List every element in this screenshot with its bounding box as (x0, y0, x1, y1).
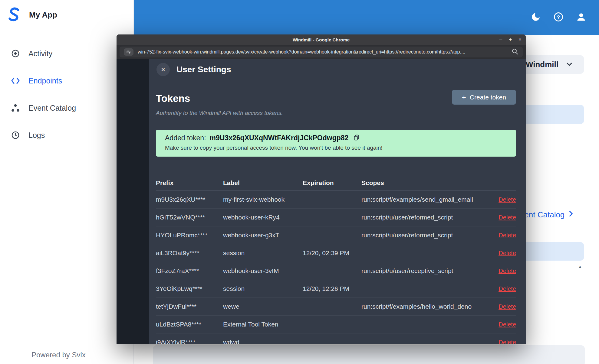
tokens-heading: Tokens (156, 93, 190, 104)
person-icon (576, 12, 586, 23)
token-label: webhook-user-g3xT (223, 232, 303, 239)
activity-icon (10, 49, 21, 58)
token-value: m9U3x26qXUXqNWtFAKrdjJCkPOdwgp82 (210, 134, 349, 142)
scrollbar-up-arrow[interactable]: ▲ (578, 264, 582, 269)
sidebar: My App Activity Endpoints Event Catalog … (0, 0, 134, 364)
token-label: my-first-svix-webhook (223, 196, 303, 203)
maximize-button[interactable]: + (509, 37, 512, 43)
delete-token-link[interactable]: Delete (499, 196, 516, 203)
address-bar[interactable]: win-752-fix-svix-webhook-win.windmill.pa… (120, 47, 523, 57)
token-prefix: f3FzoZ7raX**** (156, 267, 223, 275)
token-label: External Tool Token (223, 321, 303, 328)
col-header-label: Label (223, 179, 303, 187)
token-prefix: i9AiXYlvlR**** (156, 339, 223, 344)
table-row: hGiT52wVNQ**** webhook-user-kRy4 run:scr… (156, 209, 516, 226)
clipboard-icon (353, 134, 360, 142)
delete-token-link[interactable]: Delete (499, 303, 516, 310)
question-mark-icon: ? (553, 11, 564, 24)
catalog-dots-icon (10, 103, 21, 112)
token-prefix: tetYjDwFul**** (156, 303, 223, 310)
app-logo-row: My App (5, 5, 57, 24)
help-button[interactable]: ? (553, 11, 564, 24)
delete-token-link[interactable]: Delete (499, 214, 516, 221)
app-name: My App (29, 10, 57, 20)
minimize-button[interactable]: – (499, 37, 502, 43)
token-label: wewe (223, 303, 303, 310)
powered-by-svix: Powered by Svix (31, 351, 86, 359)
tokens-subtitle: Authentify to the Windmill API with acce… (156, 110, 283, 116)
drawer-header: × User Settings (149, 59, 526, 80)
site-settings-icon[interactable] (124, 48, 133, 56)
delete-token-link[interactable]: Delete (499, 268, 516, 274)
token-prefix: uLdBztSPA8**** (156, 321, 223, 328)
table-row: aiL3ROat9y**** session 12/20, 02:39 PM D… (156, 244, 516, 262)
svix-logo-icon (5, 5, 23, 24)
sidebar-nav: Activity Endpoints Event Catalog Logs (0, 35, 133, 149)
window-titlebar[interactable]: Windmill - Google Chrome – + × (117, 34, 526, 45)
tokens-table: Prefix Label Expiration Scopes m9U3x26qX… (156, 175, 516, 344)
plus-icon: + (462, 93, 466, 102)
token-prefix: aiL3ROat9y**** (156, 249, 223, 257)
table-header-row: Prefix Label Expiration Scopes (156, 175, 516, 191)
sidebar-item-activity[interactable]: Activity (0, 40, 133, 67)
table-row: m9U3x26qXU**** my-first-svix-webhook run… (156, 191, 516, 209)
token-scopes: run:script/f/examples/hello_world_deno (361, 303, 492, 310)
table-row: 3YeOiKpLwq**** session 12/20, 12:26 PM D… (156, 280, 516, 298)
delete-token-link[interactable]: Delete (499, 232, 516, 239)
table-row: f3FzoZ7raX**** webhook-user-3vIM run:scr… (156, 262, 516, 280)
sidebar-item-label: Activity (28, 49, 52, 58)
user-menu-button[interactable] (576, 12, 586, 23)
token-expiration: 12/20, 12:26 PM (303, 285, 361, 292)
workspace-select-value: Windmill (526, 60, 558, 69)
create-token-label: Create token (470, 94, 506, 101)
token-prefix: hGiT52wVNQ**** (156, 214, 223, 221)
page-panel (153, 345, 585, 364)
col-header-prefix: Prefix (156, 179, 223, 187)
history-clock-icon (10, 131, 21, 140)
svg-text:?: ? (557, 14, 560, 20)
token-label: session (223, 249, 303, 257)
token-label: webhook-user-3vIM (223, 267, 303, 275)
moon-icon (531, 12, 541, 23)
added-token-alert: Added token: m9U3x26qXUXqNWtFAKrdjJCkPOd… (156, 130, 516, 157)
drawer-title: User Settings (176, 65, 231, 74)
chevron-right-icon (567, 210, 575, 220)
delete-token-link[interactable]: Delete (499, 321, 516, 328)
token-label: webhook-user-kRy4 (223, 214, 303, 221)
token-scopes: run:script/f/examples/send_gmail_email (361, 196, 492, 203)
zoom-magnifier-icon[interactable] (511, 48, 518, 56)
close-drawer-button[interactable]: × (156, 63, 170, 76)
table-row: i9AiXYlvlR**** wdwd Delete (156, 333, 516, 344)
sidebar-item-label: Endpoints (28, 76, 62, 85)
table-row: uLdBztSPA8**** External Tool Token Delet… (156, 316, 516, 333)
token-scopes: run:script/u/user/reformed_script (361, 214, 492, 221)
sidebar-item-endpoints[interactable]: Endpoints (0, 67, 133, 94)
close-window-button[interactable]: × (518, 37, 522, 43)
delete-token-link[interactable]: Delete (499, 285, 516, 292)
table-row: HYOLuPRomc**** webhook-user-g3xT run:scr… (156, 226, 516, 244)
token-label: wdwd (223, 339, 303, 344)
col-header-scopes: Scopes (361, 179, 492, 187)
dark-mode-toggle[interactable] (531, 12, 541, 23)
alert-note: Make sure to copy your personal access t… (165, 145, 510, 151)
delete-token-link[interactable]: Delete (499, 339, 516, 344)
browser-toolbar: win-752-fix-svix-webhook-win.windmill.pa… (117, 45, 526, 59)
table-row: tetYjDwFul**** wewe run:script/f/example… (156, 298, 516, 316)
col-header-expiration: Expiration (303, 179, 361, 187)
user-settings-drawer: × User Settings Tokens + Create token Au… (149, 59, 526, 344)
token-prefix: HYOLuPRomc**** (156, 232, 223, 239)
delete-token-link[interactable]: Delete (499, 250, 516, 256)
sidebar-item-label: Logs (28, 131, 45, 140)
token-scopes: run:script/u/user/reformed_script (361, 232, 492, 239)
copy-token-button[interactable] (353, 134, 360, 142)
browser-window: Windmill - Google Chrome – + × win-752-f… (117, 34, 526, 344)
top-bar: ? (134, 0, 599, 35)
sidebar-item-logs[interactable]: Logs (0, 122, 133, 149)
sidebar-item-event-catalog[interactable]: Event Catalog (0, 94, 133, 122)
token-prefix: m9U3x26qXU**** (156, 196, 223, 203)
window-title: Windmill - Google Chrome (117, 34, 526, 45)
token-expiration: 12/20, 02:39 PM (303, 249, 361, 257)
token-scopes: run:script/u/user/receptive_script (361, 267, 492, 275)
token-label: session (223, 285, 303, 292)
create-token-button[interactable]: + Create token (452, 90, 516, 105)
